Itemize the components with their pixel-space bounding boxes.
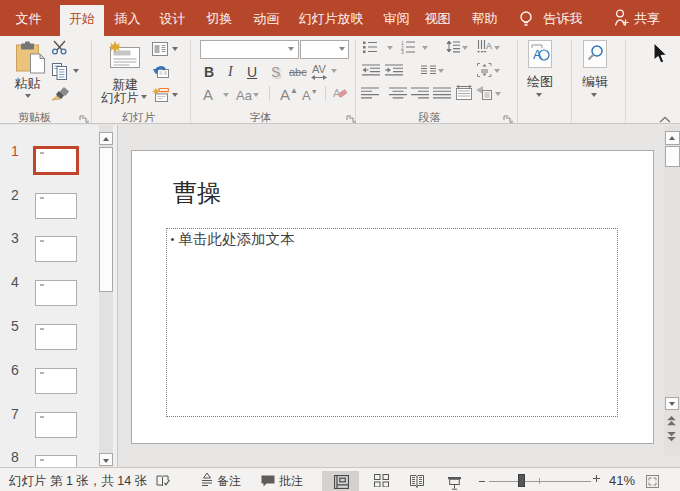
svg-text:3: 3 (401, 49, 404, 54)
svg-text:A: A (533, 47, 542, 62)
svg-text:A: A (486, 41, 492, 51)
